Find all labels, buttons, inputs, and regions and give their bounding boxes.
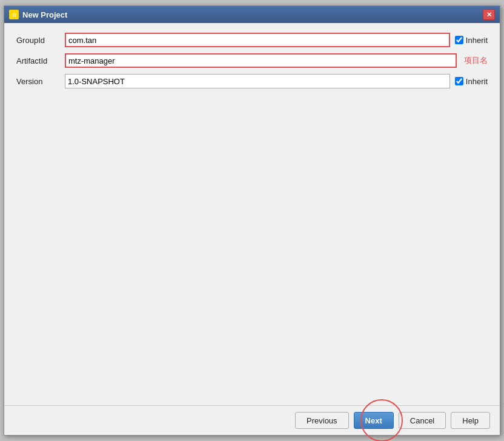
artifactid-label: ArtifactId: [16, 56, 60, 65]
version-inherit-wrap: Inherit: [455, 77, 488, 86]
groupid-row: GroupId Inherit: [16, 33, 488, 47]
cancel-button[interactable]: Cancel: [399, 412, 446, 429]
groupid-inherit-label: Inherit: [466, 36, 488, 45]
groupid-label: GroupId: [16, 36, 60, 45]
groupid-inherit-wrap: Inherit: [455, 36, 488, 45]
version-row: Version Inherit: [16, 74, 488, 88]
version-inherit-label: Inherit: [466, 77, 488, 86]
window-title: New Project: [22, 10, 67, 19]
help-button[interactable]: Help: [451, 412, 490, 429]
content-area: GroupId Inherit ArtifactId 项目名 Version: [4, 23, 500, 405]
close-button[interactable]: ✕: [483, 9, 495, 20]
groupid-inherit-checkbox[interactable]: [455, 36, 463, 44]
next-button[interactable]: Next: [354, 412, 394, 429]
previous-button[interactable]: Previous: [295, 412, 349, 429]
artifactid-annotation: 项目名: [464, 55, 488, 66]
window-icon: ☆: [9, 10, 19, 19]
artifactid-row: ArtifactId 项目名: [16, 53, 488, 68]
titlebar-left: ☆ New Project: [9, 10, 67, 19]
version-input[interactable]: [65, 74, 450, 88]
version-label: Version: [16, 77, 60, 86]
groupid-input[interactable]: [65, 33, 450, 47]
new-project-window: ☆ New Project ✕ GroupId Inherit Artifact…: [4, 5, 500, 436]
footer: Previous Next Cancel Help: [4, 405, 500, 435]
titlebar: ☆ New Project ✕: [4, 6, 500, 23]
version-inherit-checkbox[interactable]: [455, 77, 463, 85]
form-area: GroupId Inherit ArtifactId 项目名 Version: [16, 33, 488, 88]
artifactid-input[interactable]: [65, 53, 457, 68]
